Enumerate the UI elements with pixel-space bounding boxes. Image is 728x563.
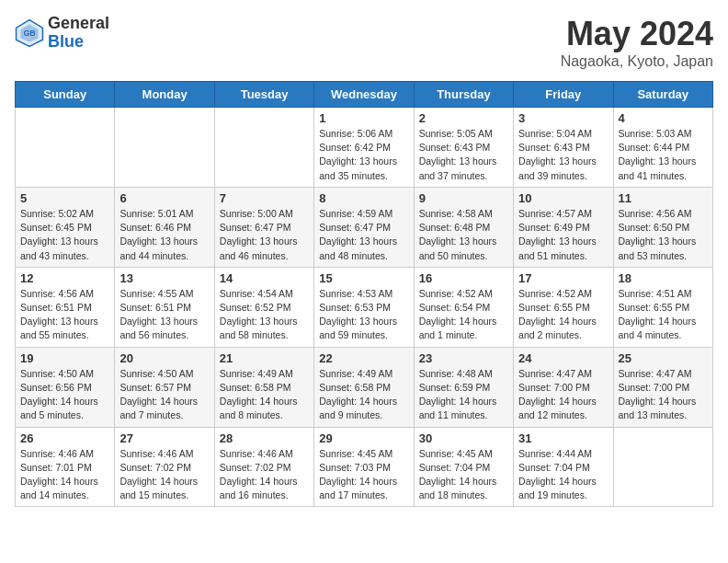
- day-info: Sunrise: 4:58 AM Sunset: 6:48 PM Dayligh…: [419, 207, 508, 263]
- weekday-header: Friday: [514, 82, 613, 108]
- day-info: Sunrise: 4:48 AM Sunset: 6:59 PM Dayligh…: [419, 367, 508, 423]
- calendar-cell: 24Sunrise: 4:47 AM Sunset: 7:00 PM Dayli…: [514, 347, 613, 427]
- day-info: Sunrise: 5:05 AM Sunset: 6:43 PM Dayligh…: [419, 127, 508, 183]
- day-info: Sunrise: 5:03 AM Sunset: 6:44 PM Dayligh…: [619, 127, 708, 183]
- day-info: Sunrise: 4:54 AM Sunset: 6:52 PM Dayligh…: [220, 287, 309, 343]
- day-number: 24: [518, 351, 608, 365]
- day-info: Sunrise: 4:45 AM Sunset: 7:03 PM Dayligh…: [319, 447, 408, 503]
- calendar-cell: 19Sunrise: 4:50 AM Sunset: 6:56 PM Dayli…: [16, 347, 115, 427]
- day-number: 26: [20, 431, 109, 445]
- calendar-cell: 12Sunrise: 4:56 AM Sunset: 6:51 PM Dayli…: [16, 267, 115, 347]
- calendar-cell: 30Sunrise: 4:45 AM Sunset: 7:04 PM Dayli…: [414, 427, 513, 507]
- calendar-cell: 6Sunrise: 5:01 AM Sunset: 6:46 PM Daylig…: [115, 187, 214, 267]
- day-info: Sunrise: 4:46 AM Sunset: 7:02 PM Dayligh…: [119, 447, 209, 503]
- day-info: Sunrise: 4:51 AM Sunset: 6:55 PM Dayligh…: [619, 287, 708, 343]
- logo: GB General Blue: [15, 15, 109, 52]
- calendar-week-row: 1Sunrise: 5:06 AM Sunset: 6:42 PM Daylig…: [16, 108, 713, 188]
- calendar-cell: 4Sunrise: 5:03 AM Sunset: 6:44 PM Daylig…: [613, 108, 712, 188]
- day-info: Sunrise: 5:01 AM Sunset: 6:46 PM Dayligh…: [119, 207, 209, 263]
- weekday-header: Saturday: [613, 82, 712, 108]
- calendar-table: SundayMondayTuesdayWednesdayThursdayFrid…: [15, 81, 713, 507]
- day-number: 11: [619, 191, 708, 205]
- day-number: 29: [319, 431, 408, 445]
- day-number: 17: [518, 271, 608, 285]
- day-info: Sunrise: 4:56 AM Sunset: 6:50 PM Dayligh…: [619, 207, 708, 263]
- logo-icon: GB: [15, 18, 44, 48]
- day-number: 1: [319, 111, 408, 125]
- calendar-cell: 3Sunrise: 5:04 AM Sunset: 6:43 PM Daylig…: [514, 108, 613, 188]
- day-number: 23: [419, 351, 508, 365]
- day-number: 27: [119, 431, 209, 445]
- calendar-cell: 31Sunrise: 4:44 AM Sunset: 7:04 PM Dayli…: [514, 427, 613, 507]
- day-info: Sunrise: 4:56 AM Sunset: 6:51 PM Dayligh…: [20, 287, 109, 343]
- calendar-week-row: 19Sunrise: 4:50 AM Sunset: 6:56 PM Dayli…: [16, 347, 713, 427]
- day-info: Sunrise: 4:57 AM Sunset: 6:49 PM Dayligh…: [518, 207, 608, 263]
- day-number: 7: [220, 191, 309, 205]
- day-info: Sunrise: 4:46 AM Sunset: 7:02 PM Dayligh…: [220, 447, 309, 503]
- calendar-cell: [214, 108, 313, 188]
- calendar-cell: 22Sunrise: 4:49 AM Sunset: 6:58 PM Dayli…: [314, 347, 414, 427]
- month-title: May 2024: [561, 15, 713, 53]
- logo-general: General: [48, 15, 109, 33]
- day-info: Sunrise: 4:52 AM Sunset: 6:55 PM Dayligh…: [518, 287, 608, 343]
- day-number: 8: [319, 191, 408, 205]
- day-number: 12: [20, 271, 109, 285]
- calendar-cell: 10Sunrise: 4:57 AM Sunset: 6:49 PM Dayli…: [514, 187, 613, 267]
- location-title: Nagaoka, Kyoto, Japan: [561, 53, 713, 70]
- title-block: May 2024 Nagaoka, Kyoto, Japan: [561, 15, 713, 70]
- day-number: 20: [119, 351, 209, 365]
- day-number: 19: [20, 351, 109, 365]
- calendar-cell: 26Sunrise: 4:46 AM Sunset: 7:01 PM Dayli…: [16, 427, 115, 507]
- calendar-cell: 25Sunrise: 4:47 AM Sunset: 7:00 PM Dayli…: [613, 347, 712, 427]
- calendar-cell: 27Sunrise: 4:46 AM Sunset: 7:02 PM Dayli…: [115, 427, 214, 507]
- weekday-header-row: SundayMondayTuesdayWednesdayThursdayFrid…: [16, 82, 713, 108]
- day-info: Sunrise: 4:47 AM Sunset: 7:00 PM Dayligh…: [619, 367, 708, 423]
- page-header: GB General Blue May 2024 Nagaoka, Kyoto,…: [15, 15, 713, 70]
- day-number: 21: [220, 351, 309, 365]
- day-number: 6: [119, 191, 209, 205]
- calendar-cell: 29Sunrise: 4:45 AM Sunset: 7:03 PM Dayli…: [314, 427, 414, 507]
- day-info: Sunrise: 4:52 AM Sunset: 6:54 PM Dayligh…: [419, 287, 508, 343]
- day-number: 13: [119, 271, 209, 285]
- day-info: Sunrise: 4:46 AM Sunset: 7:01 PM Dayligh…: [20, 447, 109, 503]
- day-number: 31: [518, 431, 608, 445]
- day-info: Sunrise: 4:50 AM Sunset: 6:57 PM Dayligh…: [119, 367, 209, 423]
- calendar-week-row: 26Sunrise: 4:46 AM Sunset: 7:01 PM Dayli…: [16, 427, 713, 507]
- svg-text:GB: GB: [23, 29, 35, 38]
- day-info: Sunrise: 4:50 AM Sunset: 6:56 PM Dayligh…: [20, 367, 109, 423]
- day-number: 18: [619, 271, 708, 285]
- day-info: Sunrise: 5:02 AM Sunset: 6:45 PM Dayligh…: [20, 207, 109, 263]
- weekday-header: Sunday: [16, 82, 115, 108]
- day-number: 28: [220, 431, 309, 445]
- calendar-cell: 16Sunrise: 4:52 AM Sunset: 6:54 PM Dayli…: [414, 267, 513, 347]
- day-info: Sunrise: 4:45 AM Sunset: 7:04 PM Dayligh…: [419, 447, 508, 503]
- calendar-cell: 2Sunrise: 5:05 AM Sunset: 6:43 PM Daylig…: [414, 108, 513, 188]
- calendar-cell: [115, 108, 214, 188]
- weekday-header: Monday: [115, 82, 214, 108]
- calendar-cell: [16, 108, 115, 188]
- day-number: 2: [419, 111, 508, 125]
- day-info: Sunrise: 4:55 AM Sunset: 6:51 PM Dayligh…: [119, 287, 209, 343]
- day-info: Sunrise: 4:49 AM Sunset: 6:58 PM Dayligh…: [220, 367, 309, 423]
- calendar-cell: 17Sunrise: 4:52 AM Sunset: 6:55 PM Dayli…: [514, 267, 613, 347]
- calendar-cell: [613, 427, 712, 507]
- day-info: Sunrise: 5:06 AM Sunset: 6:42 PM Dayligh…: [319, 127, 408, 183]
- day-info: Sunrise: 4:49 AM Sunset: 6:58 PM Dayligh…: [319, 367, 408, 423]
- calendar-cell: 18Sunrise: 4:51 AM Sunset: 6:55 PM Dayli…: [613, 267, 712, 347]
- day-number: 15: [319, 271, 408, 285]
- calendar-cell: 15Sunrise: 4:53 AM Sunset: 6:53 PM Dayli…: [314, 267, 414, 347]
- logo-blue: Blue: [48, 33, 109, 52]
- weekday-header: Wednesday: [314, 82, 414, 108]
- day-number: 22: [319, 351, 408, 365]
- calendar-cell: 11Sunrise: 4:56 AM Sunset: 6:50 PM Dayli…: [613, 187, 712, 267]
- calendar-cell: 7Sunrise: 5:00 AM Sunset: 6:47 PM Daylig…: [214, 187, 313, 267]
- calendar-week-row: 5Sunrise: 5:02 AM Sunset: 6:45 PM Daylig…: [16, 187, 713, 267]
- calendar-cell: 21Sunrise: 4:49 AM Sunset: 6:58 PM Dayli…: [214, 347, 313, 427]
- calendar-cell: 9Sunrise: 4:58 AM Sunset: 6:48 PM Daylig…: [414, 187, 513, 267]
- day-number: 16: [419, 271, 508, 285]
- calendar-cell: 13Sunrise: 4:55 AM Sunset: 6:51 PM Dayli…: [115, 267, 214, 347]
- day-info: Sunrise: 5:04 AM Sunset: 6:43 PM Dayligh…: [518, 127, 608, 183]
- day-info: Sunrise: 5:00 AM Sunset: 6:47 PM Dayligh…: [220, 207, 309, 263]
- calendar-cell: 5Sunrise: 5:02 AM Sunset: 6:45 PM Daylig…: [16, 187, 115, 267]
- day-number: 30: [419, 431, 508, 445]
